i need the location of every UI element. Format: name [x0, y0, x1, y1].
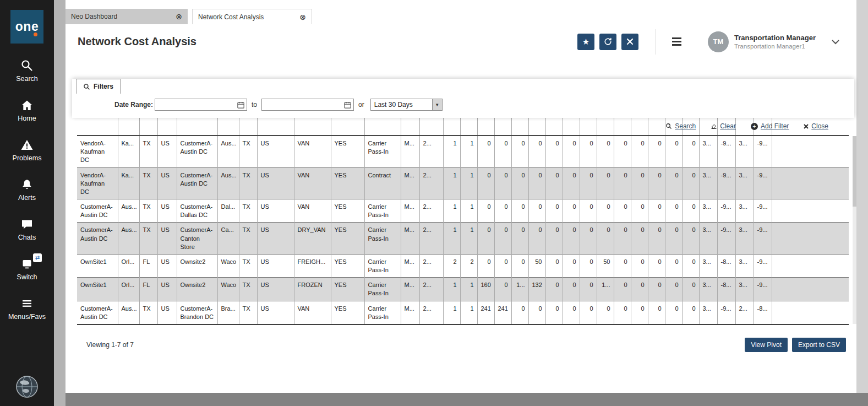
table-row[interactable]: OwnSite1Orl...FLUSOwnsite2WacoTXUSFROZEN… [77, 278, 849, 301]
table-row[interactable]: OwnSite1Orl...FLUSOwnsite2WacoTXUSFREIGH… [77, 254, 849, 277]
table-cell: CustomerA-Austin DC [77, 223, 118, 255]
close-tab-icon[interactable]: ⊗ [176, 13, 182, 20]
table-cell: 0 [682, 199, 699, 223]
table-cell: 0 [563, 254, 580, 277]
calendar-icon[interactable] [235, 101, 247, 109]
table-cell: 2... [419, 278, 443, 301]
favorite-button[interactable]: ★ [577, 34, 594, 50]
table-cell: M... [401, 254, 419, 277]
table-header-cell [528, 118, 545, 136]
table-cell: 0 [494, 136, 511, 167]
table-cell: TX [239, 199, 257, 223]
sidebar-item-label: Problems [13, 154, 42, 162]
close-screen-button[interactable] [621, 34, 638, 50]
clear-link[interactable]: Clear [711, 122, 736, 130]
table-cell: Ca... [217, 223, 239, 255]
date-from-input[interactable] [155, 101, 235, 109]
viewing-status: Viewing 1-7 of 7 [86, 341, 134, 349]
filters-controls: Date Range: to or Last 30 Days [72, 94, 854, 118]
table-header-cell [563, 118, 580, 136]
filters-tab[interactable]: Filters [76, 79, 121, 94]
date-preset-select[interactable]: Last 30 Days ▼ [370, 99, 443, 111]
table-cell: 0 [528, 301, 545, 324]
table-row[interactable]: CustomerA-Austin DCAus...TXUSCustomerA-D… [77, 199, 849, 223]
refresh-icon [603, 37, 613, 46]
sidebar-item-chats[interactable]: Chats [0, 217, 54, 241]
table-header-cell [419, 118, 443, 136]
table-cell: 1 [443, 301, 460, 324]
sidebar-item-label: Menus/Favs [8, 313, 46, 321]
menu-bar [672, 37, 681, 39]
globe-icon[interactable] [15, 375, 39, 400]
table-cell: Aus... [118, 301, 139, 324]
window-right-gutter [856, 0, 868, 393]
logo-text: one [15, 19, 39, 34]
tab-network-cost-analysis[interactable]: Network Cost Analysis ⊗ [192, 9, 312, 24]
close-filters-link[interactable]: Close [804, 122, 828, 130]
table-cell: 0 [597, 167, 614, 199]
filters-tab-label: Filters [94, 83, 113, 90]
sidebar-item-home[interactable]: Home [0, 98, 54, 122]
table-cell: 3... [699, 254, 717, 277]
table-cell: OwnSite1 [77, 254, 118, 277]
table-cell: -8... [754, 301, 772, 324]
view-pivot-button[interactable]: View Pivot [745, 338, 788, 352]
date-to-input[interactable] [262, 101, 342, 109]
table-cell: US [157, 301, 177, 324]
table-header-cell [239, 118, 257, 136]
table-cell: Orl... [118, 278, 139, 301]
table-header-cell [401, 118, 419, 136]
table-cell: 0 [580, 301, 597, 324]
table-cell: CustomerA-Austin DC [77, 199, 118, 223]
table-cell: 0 [597, 223, 614, 255]
table-header-cell [294, 118, 331, 136]
table-cell: 0 [682, 136, 699, 167]
tab-neo-dashboard[interactable]: Neo Dashboard ⊗ [65, 9, 188, 24]
logo-accent-dot [34, 33, 37, 36]
add-icon: + [751, 123, 758, 130]
one-network-logo[interactable]: one [10, 10, 43, 44]
table-row[interactable]: VendorA-Kaufman DCKa...TXUSCustomerA-Aus… [77, 167, 849, 199]
vertical-scrollbar[interactable] [853, 136, 856, 324]
table-row[interactable]: CustomerA-Austin DCAus...TXUSCustomerA-B… [77, 301, 849, 324]
refresh-button[interactable] [599, 34, 616, 50]
export-to-csv-button[interactable]: Export to CSV [792, 338, 846, 352]
user-menu-chevron[interactable] [831, 39, 840, 45]
table-header-cell [648, 118, 665, 136]
table-cell: Orl... [118, 254, 139, 277]
table-cell: 0 [511, 254, 528, 277]
table-cell: 3... [699, 223, 717, 255]
sidebar-item-alerts[interactable]: Alerts [0, 177, 54, 202]
add-filter-link[interactable]: + Add Filter [751, 122, 789, 130]
table-cell: TX [239, 223, 257, 255]
table-cell: -9... [717, 136, 735, 167]
table-cell: Bra... [217, 301, 239, 324]
table-cell-filler [772, 278, 849, 301]
sidebar-item-problems[interactable]: Problems [0, 138, 54, 162]
scrollbar-thumb[interactable] [853, 136, 856, 207]
avatar[interactable]: TM [708, 31, 729, 52]
close-tab-icon[interactable]: ⊗ [299, 13, 306, 21]
avatar-initials: TM [713, 37, 724, 46]
tab-bar: Neo Dashboard ⊗ Network Cost Analysis ⊗ [65, 0, 856, 24]
table-cell: YES [331, 223, 364, 255]
table-cell: 1... [597, 278, 614, 301]
table-header-cell [460, 118, 477, 136]
menu-bar [672, 41, 681, 42]
table-cell: US [157, 278, 177, 301]
table-cell: TX [239, 136, 257, 167]
sidebar-item-switch[interactable]: ⇄ Switch [0, 257, 54, 281]
table-row[interactable]: CustomerA-Austin DCAus...TXUSCustomerA-C… [77, 223, 849, 255]
search-link[interactable]: Search [665, 122, 696, 130]
table-cell: 0 [682, 167, 699, 199]
header-menu-button[interactable] [670, 35, 684, 47]
table-cell: 0 [563, 167, 580, 199]
sidebar-item-search[interactable]: Search [0, 58, 54, 83]
table-cell: -8... [717, 278, 735, 301]
table-cell: 1 [460, 301, 477, 324]
table-cell: 0 [614, 254, 631, 277]
calendar-icon[interactable] [342, 101, 353, 109]
table-cell: 0 [665, 199, 682, 223]
sidebar-item-menus-favs[interactable]: Menus/Favs [0, 296, 54, 321]
table-row[interactable]: VendorA-Kaufman DCKa...TXUSCustomerA-Aus… [77, 136, 849, 167]
